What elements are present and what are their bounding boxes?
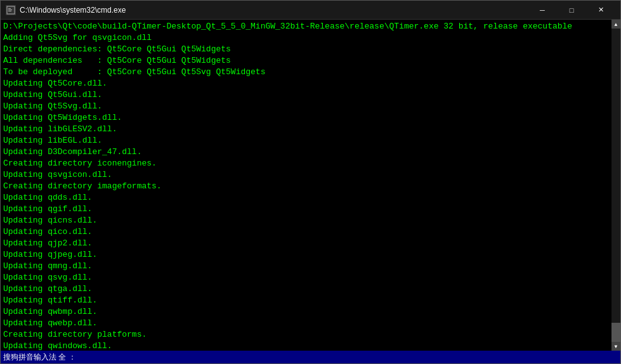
console-line: Updating libEGL.dll. bbox=[3, 135, 618, 146]
console-line: Updating libGLESV2.dll. bbox=[3, 124, 618, 135]
console-line: Updating qdds.dll. bbox=[3, 192, 618, 204]
console-line: Updating qmng.dll. bbox=[3, 261, 618, 272]
window-title: C:\Windows\system32\cmd.exe bbox=[20, 6, 528, 15]
console-line: Updating qwebp.dll. bbox=[3, 318, 618, 329]
cmd-window: C:\Windows\system32\cmd.exe ─ □ ✕ D:\Pro… bbox=[0, 0, 621, 364]
console-line: Updating qwbmp.dll. bbox=[3, 306, 618, 318]
console-line: Updating Qt5Gui.dll. bbox=[3, 89, 618, 101]
ime-text: 搜狗拼音输入法 全 ： bbox=[3, 352, 76, 363]
console-line: Updating qsvg.dll. bbox=[3, 272, 618, 283]
close-button[interactable]: ✕ bbox=[586, 1, 615, 20]
svg-rect-3 bbox=[8, 11, 11, 11]
console-line: Updating qwindows.dll. bbox=[3, 341, 618, 351]
scrollbar-thumb[interactable] bbox=[611, 323, 620, 342]
console-line: Updating qgif.dll. bbox=[3, 204, 618, 215]
console-line: D:\Projects\Qt\code\build-QTimer-Desktop… bbox=[3, 21, 618, 32]
ime-bar: 搜狗拼音输入法 全 ： bbox=[1, 351, 620, 363]
svg-rect-1 bbox=[8, 8, 11, 9]
window-icon bbox=[6, 5, 16, 15]
console-line: Updating Qt5Core.dll. bbox=[3, 78, 618, 89]
console-line: Updating qico.dll. bbox=[3, 226, 618, 238]
console-line: Updating qjpeg.dll. bbox=[3, 249, 618, 261]
console-line: Creating directory iconengines. bbox=[3, 158, 618, 169]
console-line: Updating qsvgicon.dll. bbox=[3, 169, 618, 181]
scrollbar[interactable]: ▲ ▼ bbox=[611, 20, 620, 351]
console-line: Updating D3Dcompiler_47.dll. bbox=[3, 146, 618, 158]
titlebar: C:\Windows\system32\cmd.exe ─ □ ✕ bbox=[1, 1, 620, 20]
console-line: Direct dependencies: Qt5Core Qt5Gui Qt5W… bbox=[3, 44, 618, 55]
console-line: To be deployed : Qt5Core Qt5Gui Qt5Svg Q… bbox=[3, 67, 618, 78]
scroll-up-button[interactable]: ▲ bbox=[611, 20, 620, 29]
minimize-button[interactable]: ─ bbox=[528, 1, 557, 20]
console-line: Updating Qt5Widgets.dll. bbox=[3, 112, 618, 124]
console-line: Creating directory platforms. bbox=[3, 329, 618, 341]
console-line: Updating qtga.dll. bbox=[3, 283, 618, 295]
console-line: All dependencies : Qt5Core Qt5Gui Qt5Wid… bbox=[3, 55, 618, 67]
console-line: Creating directory imageformats. bbox=[3, 181, 618, 192]
console-line: Updating qicns.dll. bbox=[3, 215, 618, 226]
console-line: Updating qtiff.dll. bbox=[3, 295, 618, 306]
console-line: Updating Qt5Svg.dll. bbox=[3, 101, 618, 112]
scroll-down-button[interactable]: ▼ bbox=[611, 342, 620, 351]
maximize-button[interactable]: □ bbox=[557, 1, 586, 20]
console-line: Updating qjp2.dll. bbox=[3, 238, 618, 249]
console-line: Adding Qt5Svg for qsvgicon.dll bbox=[3, 32, 618, 44]
window-controls: ─ □ ✕ bbox=[528, 1, 615, 20]
console-output: D:\Projects\Qt\code\build-QTimer-Desktop… bbox=[1, 20, 620, 351]
scrollbar-track[interactable] bbox=[611, 29, 620, 342]
svg-rect-2 bbox=[8, 10, 12, 10]
console-lines: D:\Projects\Qt\code\build-QTimer-Desktop… bbox=[3, 21, 618, 351]
